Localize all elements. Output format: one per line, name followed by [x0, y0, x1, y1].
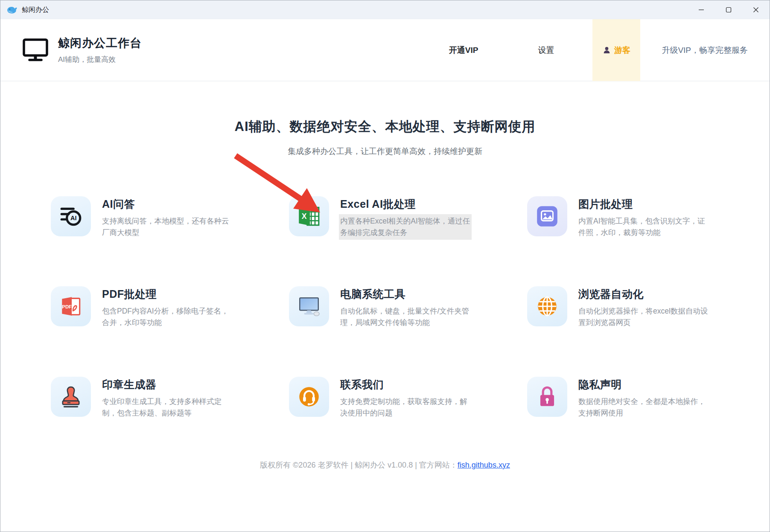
card-title: 隐私声明	[578, 378, 709, 392]
svg-text:X: X	[302, 212, 307, 221]
maximize-button[interactable]	[715, 0, 742, 19]
card-title: 印章生成器	[102, 378, 232, 392]
card-image-batch[interactable]: 图片批处理 内置AI智能工具集，包含识别文字，证件照，水印，裁剪等功能	[527, 196, 719, 238]
card-stamp-generator[interactable]: 印章生成器 专业印章生成工具，支持多种样式定制，包含主标题、副标题等	[51, 377, 243, 419]
card-title: 联系我们	[340, 378, 470, 392]
card-title: 图片批处理	[578, 197, 709, 211]
card-desc: 包含PDF内容AI分析，移除电子签名，合并，水印等功能	[102, 305, 232, 329]
card-desc: 内置AI智能工具集，包含识别文字，证件照，水印，裁剪等功能	[578, 215, 709, 238]
header-text-block: 鲸闲办公工作台 AI辅助，批量高效	[58, 35, 142, 64]
ai-qa-icon: AI	[51, 196, 91, 236]
hero-section: AI辅助、数据绝对安全、本地处理、支持断网使用 集成多种办公工具，让工作更简单高…	[0, 118, 770, 157]
card-title: 电脑系统工具	[340, 287, 470, 301]
card-desc: 支持免费定制功能，获取客服支持，解决使用中的问题	[340, 396, 470, 419]
copyright-text: 版权所有 ©2026 老罗软件 | 鲸闲办公 v1.00.8 | 官方网站：	[260, 461, 458, 469]
window-controls	[688, 0, 770, 19]
lock-icon	[527, 377, 567, 417]
card-pdf-batch[interactable]: PDF PDF批处理 包含PDF内容AI分析，移除电子签名，合并，水印等功能	[51, 286, 243, 329]
card-title: AI问答	[102, 197, 232, 211]
card-browser-automation[interactable]: 浏览器自动化 自动化浏览器操作，将excel数据自动设置到浏览器网页	[527, 286, 719, 329]
card-desc: 专业印章生成工具，支持多种样式定制，包含主标题、副标题等	[102, 396, 232, 419]
guest-account-badge[interactable]: 游客	[592, 19, 640, 81]
card-desc: 支持离线问答，本地模型，还有各种云厂商大模型	[102, 215, 232, 238]
card-ai-qa[interactable]: AI AI问答 支持离线问答，本地模型，还有各种云厂商大模型	[51, 196, 243, 238]
app-header: 鲸闲办公工作台 AI辅助，批量高效 开通VIP 设置 游客 升级VIP，畅享完整…	[0, 19, 770, 81]
svg-text:AI: AI	[70, 215, 77, 221]
official-site-link[interactable]: fish.githubs.xyz	[458, 461, 510, 469]
pdf-icon: PDF	[51, 286, 91, 326]
card-title: 浏览器自动化	[578, 287, 709, 301]
page-subtitle: AI辅助，批量高效	[58, 55, 142, 64]
monitor-logo-icon	[22, 38, 49, 62]
footer: 版权所有 ©2026 老罗软件 | 鲸闲办公 v1.00.8 | 官方网站：fi…	[0, 460, 770, 470]
image-icon	[527, 196, 567, 236]
open-vip-link[interactable]: 开通VIP	[449, 45, 478, 56]
header-nav: 开通VIP 设置 游客 升级VIP，畅享完整服务	[449, 19, 770, 81]
card-contact-us[interactable]: 联系我们 支持免费定制功能，获取客服支持，解决使用中的问题	[289, 377, 481, 419]
upgrade-vip-link[interactable]: 升级VIP，畅享完整服务	[662, 45, 748, 56]
minimize-icon	[698, 7, 704, 13]
page-title: 鲸闲办公工作台	[58, 35, 142, 51]
card-desc: 自动化浏览器操作，将excel数据自动设置到浏览器网页	[578, 305, 709, 329]
app-title: 鲸闲办公	[22, 6, 49, 15]
guest-label: 游客	[614, 45, 630, 56]
excel-icon: X	[289, 196, 329, 236]
headset-icon	[289, 377, 329, 417]
card-desc-highlighted: 内置各种Excel相关的AI智能体，通过任务编排完成复杂任务	[340, 215, 470, 238]
minimize-button[interactable]	[688, 0, 715, 19]
stamp-icon	[51, 377, 91, 417]
card-title: Excel AI批处理	[340, 197, 470, 211]
card-privacy[interactable]: 隐私声明 数据使用绝对安全，全都是本地操作，支持断网使用	[527, 377, 719, 419]
feature-grid: AI AI问答 支持离线问答，本地模型，还有各种云厂商大模型 X Excel A…	[51, 196, 719, 419]
user-icon	[603, 46, 611, 54]
globe-icon	[527, 286, 567, 326]
card-desc: 自动化鼠标，键盘，批量文件/文件夹管理，局域网文件传输等功能	[340, 305, 470, 329]
close-button[interactable]	[742, 0, 770, 19]
whale-icon	[6, 4, 18, 15]
hero-subtitle: 集成多种办公工具，让工作更简单高效，持续维护更新	[0, 146, 770, 157]
close-icon	[753, 7, 759, 13]
card-desc: 数据使用绝对安全，全都是本地操作，支持断网使用	[578, 396, 709, 419]
window-titlebar: 鲸闲办公	[0, 0, 770, 19]
maximize-icon	[726, 7, 732, 13]
hero-title: AI辅助、数据绝对安全、本地处理、支持断网使用	[0, 118, 770, 136]
card-excel-ai[interactable]: X Excel AI批处理 内置各种Excel相关的AI智能体，通过任务编排完成…	[289, 196, 481, 238]
computer-icon	[289, 286, 329, 326]
card-pc-tools[interactable]: 电脑系统工具 自动化鼠标，键盘，批量文件/文件夹管理，局域网文件传输等功能	[289, 286, 481, 329]
card-title: PDF批处理	[102, 287, 232, 301]
svg-text:PDF: PDF	[62, 304, 72, 309]
settings-link[interactable]: 设置	[538, 45, 554, 56]
